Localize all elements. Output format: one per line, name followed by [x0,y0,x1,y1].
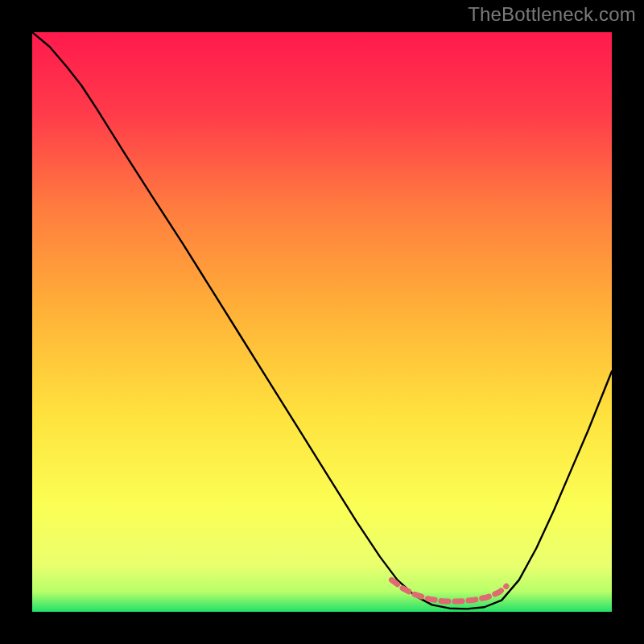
plot-area [32,32,612,612]
chart-frame: TheBottleneck.com [0,0,644,644]
plot-svg [32,32,612,612]
plot-background [32,32,612,612]
watermark-text: TheBottleneck.com [468,3,636,26]
